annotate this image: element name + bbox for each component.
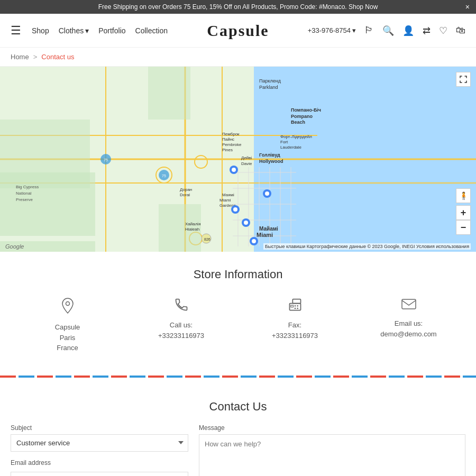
banner-close-button[interactable]: × bbox=[465, 3, 470, 11]
svg-text:Хайалія: Хайалія bbox=[185, 222, 200, 226]
header-right: +33-976-8754 ▾ 🏳 🔍 👤 ⇄ ♡ 🛍 bbox=[238, 25, 465, 36]
svg-text:Doral: Doral bbox=[180, 193, 190, 197]
nav-portfolio[interactable]: Portfolio bbox=[98, 26, 125, 35]
store-address-text: Capsule Paris France bbox=[55, 322, 80, 353]
svg-text:Fort: Fort bbox=[280, 140, 288, 144]
store-card-email: Email us: demo@demo.com bbox=[352, 297, 465, 339]
svg-text:Паркленд: Паркленд bbox=[259, 78, 281, 84]
svg-point-63 bbox=[244, 221, 248, 225]
map-fullscreen-button[interactable] bbox=[456, 72, 471, 87]
clothes-dropdown-icon: ▾ bbox=[85, 26, 89, 35]
phone-dropdown-icon: ▾ bbox=[352, 26, 356, 34]
svg-point-67 bbox=[265, 191, 269, 196]
map-zoom-out-button[interactable]: − bbox=[456, 220, 471, 235]
svg-text:Miami: Miami bbox=[257, 232, 273, 238]
svg-text:National: National bbox=[16, 191, 32, 196]
user-icon[interactable]: 👤 bbox=[402, 25, 414, 36]
cart-icon[interactable]: 🛍 bbox=[456, 25, 465, 36]
wishlist-icon[interactable]: ♡ bbox=[439, 25, 447, 36]
svg-text:75: 75 bbox=[104, 158, 108, 162]
phone-icon bbox=[174, 297, 189, 316]
svg-text:Пемброк: Пемброк bbox=[222, 132, 240, 136]
contact-section: Contact Us SubjectCustomer serviceOrder … bbox=[0, 389, 476, 477]
map-credit: Быстрые клавиши Картографические данные … bbox=[263, 243, 471, 250]
nav-clothes[interactable]: Clothes ▾ bbox=[59, 26, 89, 35]
svg-text:Пайнс: Пайнс bbox=[222, 137, 234, 142]
flag-icon[interactable]: 🏳 bbox=[364, 25, 374, 36]
store-email-text: Email us: demo@demo.com bbox=[380, 318, 436, 339]
svg-text:Pines: Pines bbox=[222, 148, 233, 152]
location-icon bbox=[60, 297, 75, 318]
email-input[interactable] bbox=[11, 472, 188, 477]
map-pegman-button[interactable]: 🧍 bbox=[456, 188, 471, 203]
breadcrumb-home[interactable]: Home bbox=[11, 53, 29, 61]
subject-label: Subject bbox=[11, 424, 188, 432]
breadcrumb-separator: > bbox=[33, 53, 38, 61]
contact-title: Contact Us bbox=[11, 400, 465, 414]
store-phone-text: Call us: +33233116973 bbox=[158, 320, 204, 341]
store-info-title: Store Information bbox=[11, 268, 465, 281]
hamburger-button[interactable]: ☰ bbox=[11, 24, 21, 38]
svg-rect-76 bbox=[297, 305, 298, 306]
svg-text:75: 75 bbox=[162, 174, 166, 178]
svg-text:Lauderdale: Lauderdale bbox=[280, 145, 302, 150]
svg-point-65 bbox=[252, 239, 256, 243]
email-label: Email address bbox=[11, 459, 188, 466]
svg-rect-75 bbox=[294, 305, 295, 306]
svg-text:Помпано-Біч: Помпано-Біч bbox=[291, 107, 321, 113]
contact-form: SubjectCustomer serviceOrder inquiryRetu… bbox=[11, 424, 465, 477]
banner-text: Free Shipping on over Orders 75 Euro, 15… bbox=[98, 3, 378, 11]
message-textarea[interactable] bbox=[199, 434, 465, 477]
store-info-cards: Capsule Paris France Call us: +332331169… bbox=[11, 297, 465, 353]
top-banner: Free Shipping on over Orders 75 Euro, 15… bbox=[0, 0, 476, 14]
site-logo[interactable]: Capsule bbox=[207, 22, 269, 40]
map-zoom-in-button[interactable]: + bbox=[456, 205, 471, 220]
svg-point-69 bbox=[232, 168, 236, 172]
svg-rect-74 bbox=[290, 305, 293, 307]
nav-links: Shop Clothes ▾ Portfolio Collection bbox=[32, 26, 168, 35]
breadcrumb: Home > Contact us bbox=[0, 48, 476, 67]
search-icon[interactable]: 🔍 bbox=[382, 25, 394, 36]
svg-point-61 bbox=[233, 207, 237, 212]
svg-text:Preserve: Preserve bbox=[16, 197, 33, 202]
svg-rect-26 bbox=[148, 67, 190, 120]
svg-text:Big Cypress: Big Cypress bbox=[16, 185, 39, 189]
svg-text:Pompano: Pompano bbox=[291, 114, 313, 119]
nav-collection[interactable]: Collection bbox=[135, 26, 168, 35]
store-card-fax: Fax: +33233116973 bbox=[238, 297, 352, 341]
map-container: Паркленд Parkland Помпано-Біч Pompano Be… bbox=[0, 67, 476, 252]
svg-rect-79 bbox=[402, 299, 416, 309]
header-left: ☰ Shop Clothes ▾ Portfolio Collection bbox=[11, 24, 238, 38]
svg-rect-78 bbox=[297, 308, 298, 309]
svg-text:Davie: Davie bbox=[241, 161, 252, 166]
svg-text:Hollywood: Hollywood bbox=[259, 159, 283, 164]
svg-text:Доран: Доран bbox=[180, 187, 192, 192]
store-info-section: Store Information Capsule Paris France C… bbox=[0, 252, 476, 364]
message-label: Message bbox=[199, 424, 465, 432]
svg-text:Маямі: Маямі bbox=[222, 193, 234, 197]
svg-text:Beach: Beach bbox=[291, 120, 305, 125]
svg-rect-25 bbox=[0, 120, 90, 188]
phone-number[interactable]: +33-976-8754 ▾ bbox=[308, 26, 356, 34]
subject-select[interactable]: Customer serviceOrder inquiryReturnsOthe… bbox=[11, 434, 188, 452]
svg-text:Дейві: Дейві bbox=[241, 155, 252, 160]
svg-text:826: 826 bbox=[204, 237, 210, 241]
store-fax-text: Fax: +33233116973 bbox=[272, 320, 318, 341]
contact-form-left: SubjectCustomer serviceOrder inquiryRetu… bbox=[11, 424, 188, 477]
svg-text:Parkland: Parkland bbox=[259, 85, 278, 90]
google-logo: Google bbox=[5, 243, 24, 250]
breadcrumb-current: Contact us bbox=[41, 53, 74, 61]
store-card-phone: Call us: +33233116973 bbox=[124, 297, 238, 341]
map-svg: Паркленд Parkland Помпано-Біч Pompano Be… bbox=[0, 67, 476, 252]
header: ☰ Shop Clothes ▾ Portfolio Collection Ca… bbox=[0, 14, 476, 48]
svg-rect-73 bbox=[292, 299, 300, 304]
svg-text:Майамі: Майамі bbox=[259, 226, 278, 232]
store-card-address: Capsule Paris France bbox=[11, 297, 124, 353]
section-divider bbox=[0, 374, 476, 379]
svg-text:Форт-Лідердейл: Форт-Лідердейл bbox=[280, 134, 312, 139]
nav-shop[interactable]: Shop bbox=[32, 26, 49, 35]
compare-icon[interactable]: ⇄ bbox=[423, 25, 431, 36]
svg-rect-77 bbox=[294, 308, 295, 309]
svg-text:Pembroke: Pembroke bbox=[222, 142, 242, 147]
svg-text:Miami: Miami bbox=[219, 198, 231, 203]
